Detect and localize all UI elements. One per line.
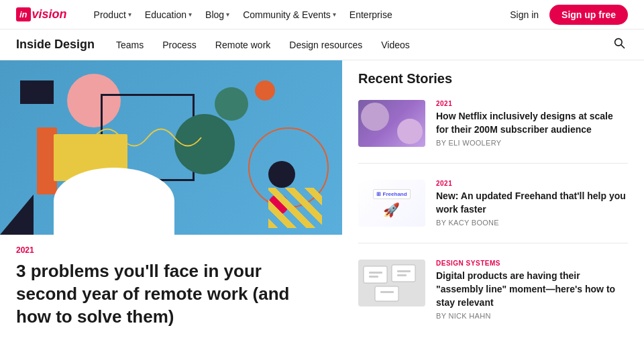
featured-article: 2021 3 problems you'll face in your seco… — [0, 60, 342, 338]
nav-blog[interactable]: Blog ▾ — [200, 7, 235, 23]
deco-small-orange — [255, 80, 275, 101]
story-thumbnail-netflix — [358, 100, 425, 147]
top-nav-right: Sign in Sign up free — [510, 5, 628, 25]
inside-design-brand[interactable]: Inside Design — [16, 38, 95, 52]
subnav-remote-work[interactable]: Remote work — [206, 37, 280, 53]
subnav-teams[interactable]: Teams — [116, 37, 153, 53]
main-content: 2021 3 problems you'll face in your seco… — [0, 60, 644, 338]
nav-education[interactable]: Education ▾ — [140, 7, 197, 23]
deco-dark-triangle — [0, 194, 34, 235]
deco-white-blob — [54, 168, 174, 235]
story-item: ⊞ Freehand 🚀 2021 New: An updated Freeha… — [358, 180, 628, 243]
story-title[interactable]: Digital products are having their "assem… — [436, 270, 628, 309]
nav-community-events[interactable]: Community & Events ▾ — [237, 7, 341, 23]
featured-year: 2021 — [16, 245, 326, 255]
subnav-process[interactable]: Process — [153, 37, 206, 53]
featured-title: 3 problems you'll face in your second ye… — [16, 260, 326, 328]
svg-rect-5 — [392, 265, 415, 282]
story-tag: DESIGN SYSTEMS — [436, 260, 628, 267]
deco-yellow-zigzag — [268, 188, 322, 228]
freehand-logo-area: ⊞ Freehand 🚀 — [373, 189, 410, 218]
story-title[interactable]: How Netflix inclusively designs at scale… — [436, 110, 628, 136]
netflix-face1 — [361, 103, 389, 131]
story-item: 2021 How Netflix inclusively designs at … — [358, 100, 628, 164]
story-author: BY NICK HAHN — [436, 312, 628, 320]
story-tag: 2021 — [436, 100, 628, 107]
story-tag: 2021 — [436, 180, 628, 187]
logo-in-icon: in — [16, 7, 31, 21]
svg-rect-2 — [364, 266, 387, 283]
story-thumbnail-design — [358, 260, 425, 306]
logo[interactable]: in vision — [16, 7, 67, 21]
deco-squiggle — [87, 114, 208, 161]
story-title[interactable]: New: An updated Freehand that'll help yo… — [436, 190, 628, 216]
svg-rect-4 — [369, 276, 378, 278]
story-meta: 2021 How Netflix inclusively designs at … — [436, 100, 628, 147]
sign-up-button[interactable]: Sign up free — [549, 5, 628, 25]
sub-nav-links: Teams Process Remote work Design resourc… — [116, 37, 610, 53]
subnav-design-resources[interactable]: Design resources — [280, 37, 372, 53]
svg-rect-8 — [375, 286, 398, 301]
featured-text: 2021 3 problems you'll face in your seco… — [0, 235, 342, 328]
search-button[interactable] — [610, 34, 628, 55]
svg-line-1 — [621, 45, 625, 48]
story-meta: 2021 New: An updated Freehand that'll he… — [436, 180, 628, 227]
svg-rect-7 — [397, 274, 407, 276]
sign-in-link[interactable]: Sign in — [510, 9, 539, 20]
story-thumb-freehand-image: ⊞ Freehand 🚀 — [358, 180, 425, 227]
logo-vision-text: vision — [32, 7, 67, 21]
featured-illustration — [0, 60, 342, 235]
chevron-down-icon: ▾ — [333, 11, 336, 18]
story-meta: DESIGN SYSTEMS Digital products are havi… — [436, 260, 628, 320]
story-author: BY KACY BOONE — [436, 219, 628, 227]
search-icon — [613, 37, 625, 49]
sub-navigation: Inside Design Teams Process Remote work … — [0, 30, 644, 60]
svg-rect-3 — [369, 272, 382, 274]
chevron-down-icon: ▾ — [128, 11, 131, 18]
top-navigation: in vision Product ▾ Education ▾ Blog ▾ C… — [0, 0, 644, 30]
deco-dark-circle2 — [268, 161, 295, 188]
deco-green-circle — [215, 87, 248, 121]
nav-product[interactable]: Product ▾ — [89, 7, 137, 23]
subnav-videos[interactable]: Videos — [372, 37, 419, 53]
story-thumb-design-image — [358, 260, 425, 306]
story-thumb-netflix-image — [358, 100, 425, 147]
freehand-logo: ⊞ Freehand — [373, 189, 410, 199]
story-thumbnail-freehand: ⊞ Freehand 🚀 — [358, 180, 425, 227]
sticky-notes-icon — [358, 260, 425, 306]
chevron-down-icon: ▾ — [189, 11, 192, 18]
featured-image — [0, 60, 342, 235]
story-author: BY ELI WOOLERY — [436, 139, 628, 147]
svg-rect-6 — [397, 270, 411, 272]
deco-dark-rect — [20, 80, 54, 104]
nav-enterprise[interactable]: Enterprise — [344, 7, 398, 23]
top-nav-links: Product ▾ Education ▾ Blog ▾ Community &… — [89, 7, 511, 23]
netflix-face2 — [397, 119, 423, 144]
rocket-icon: 🚀 — [383, 203, 400, 217]
recent-stories: Recent Stories 2021 How Netflix inclusiv… — [342, 60, 644, 338]
stories-heading: Recent Stories — [358, 71, 628, 87]
svg-rect-9 — [380, 291, 394, 293]
chevron-down-icon: ▾ — [226, 11, 229, 18]
story-item: DESIGN SYSTEMS Digital products are havi… — [358, 260, 628, 336]
